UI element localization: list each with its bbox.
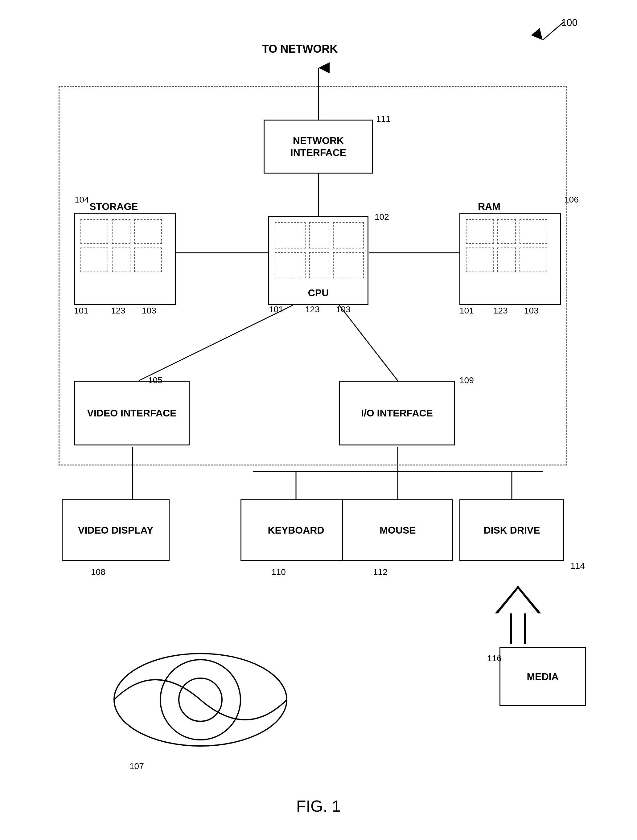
network-interface-box: NETWORK INTERFACE — [264, 120, 373, 174]
svg-rect-15 — [512, 612, 524, 644]
keyboard-box: KEYBOARD — [240, 499, 351, 561]
network-interface-label: NETWORK INTERFACE — [264, 135, 372, 158]
disk-drive-box: DISK DRIVE — [459, 499, 564, 561]
ref-101b: 101 — [269, 305, 283, 314]
cpu-label-text: CPU — [308, 287, 329, 299]
ref-104: 104 — [74, 195, 89, 205]
ref-123b: 123 — [305, 305, 320, 314]
mouse-label: MOUSE — [379, 524, 416, 536]
ref-108: 108 — [91, 567, 106, 577]
io-interface-label: I/O INTERFACE — [361, 407, 433, 419]
media-box: MEDIA — [499, 647, 586, 706]
ref-101a: 101 — [74, 306, 89, 316]
video-display-box: VIDEO DISPLAY — [62, 499, 169, 561]
ram-text: RAM — [478, 201, 500, 212]
ref-105: 105 — [148, 376, 163, 385]
diagram: TO NETWORK 100 NETWORK INTERFACE 111 CPU… — [0, 0, 637, 840]
ref-103c: 103 — [524, 306, 539, 316]
ref-116: 116 — [487, 654, 502, 663]
ref-106: 106 — [564, 195, 579, 205]
svg-marker-16 — [498, 589, 538, 613]
to-network-label: TO NETWORK — [262, 43, 338, 55]
ref-123c: 123 — [493, 306, 508, 316]
storage-text: STORAGE — [89, 201, 138, 212]
disk-drive-label: DISK DRIVE — [484, 524, 540, 536]
svg-line-12 — [543, 22, 564, 40]
video-interface-label: VIDEO INTERFACE — [87, 407, 177, 419]
ref-114: 114 — [571, 561, 585, 571]
io-interface-box: I/O INTERFACE — [339, 381, 455, 445]
storage-box — [74, 213, 176, 305]
ref-123a: 123 — [111, 306, 125, 316]
ram-box — [459, 213, 561, 305]
ref-110: 110 — [271, 567, 286, 577]
video-interface-box: VIDEO INTERFACE — [74, 381, 190, 445]
ref-111: 111 — [376, 114, 390, 124]
ref-109: 109 — [459, 376, 474, 385]
keyboard-label: KEYBOARD — [268, 524, 324, 536]
ref-107: 107 — [130, 761, 144, 771]
cpu-box: CPU — [268, 216, 368, 305]
ref-101c: 101 — [459, 306, 474, 316]
ref-102: 102 — [375, 212, 389, 222]
media-label: MEDIA — [526, 671, 558, 682]
ref-112: 112 — [373, 567, 387, 577]
eye-diagram — [108, 641, 293, 758]
figure-label: FIG. 1 — [296, 797, 341, 815]
video-display-label: VIDEO DISPLAY — [78, 524, 153, 536]
ref-100-arrow — [524, 16, 574, 46]
media-to-disk-arrow — [487, 586, 549, 647]
ref-103a: 103 — [142, 306, 156, 316]
ref-103b: 103 — [336, 305, 351, 314]
mouse-box: MOUSE — [342, 499, 453, 561]
